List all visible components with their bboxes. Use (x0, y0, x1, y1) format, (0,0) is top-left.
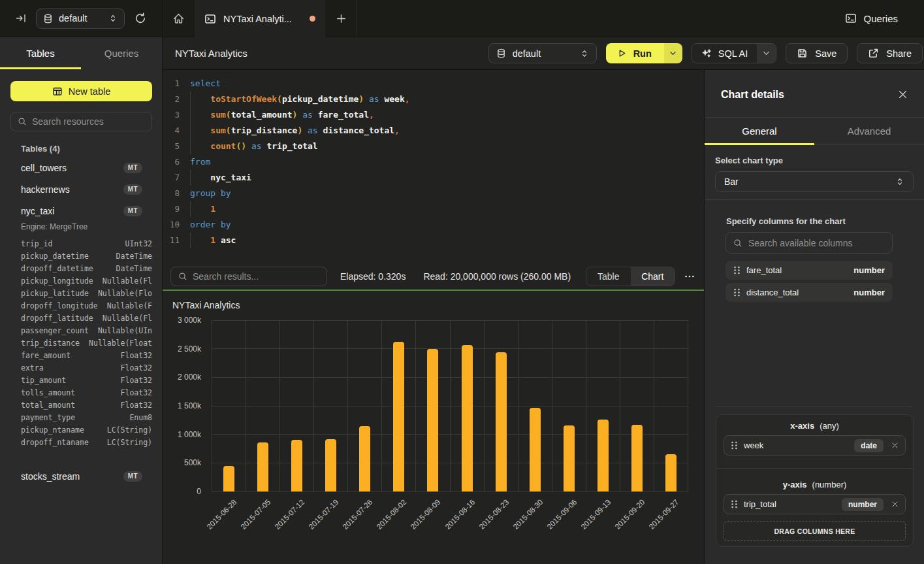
refresh-icon[interactable] (135, 12, 146, 24)
column-row: tolls_amountFloat32 (0, 386, 162, 399)
column-type: Float32 (121, 376, 152, 385)
chevron-updown-icon (108, 14, 118, 23)
axis-name: y-axis (783, 480, 807, 489)
line-code: from (190, 154, 210, 170)
column-name: fare_amount (21, 351, 71, 360)
console-icon (204, 13, 216, 25)
table-row-cell_towers[interactable]: cell_towersMT (0, 157, 162, 178)
axis-heading: x-axis(any) (724, 421, 906, 431)
more-options-button[interactable] (682, 269, 697, 284)
table-name: hackernews (21, 184, 123, 195)
panel-title: Chart details (721, 89, 784, 101)
remove-field-icon[interactable] (891, 442, 899, 449)
sql-token: toStartOfWeek (210, 94, 277, 104)
sql-token: trip_distance (231, 125, 298, 135)
run-options-button[interactable] (664, 43, 682, 63)
chevron-down-icon (762, 49, 771, 58)
chart-bar (325, 439, 336, 491)
new-table-button[interactable]: New table (10, 81, 152, 101)
sidebar-separator (162, 0, 163, 564)
table-name: cell_towers (21, 163, 123, 173)
header-separator (162, 69, 924, 70)
table-row-stocks_stream[interactable]: stocks_streamMT (0, 465, 162, 487)
column-type: Nullable(UIn (98, 326, 152, 335)
drag-columns-dropzone[interactable]: DRAG COLUMNS HERE (724, 521, 906, 541)
chart-bar (291, 440, 302, 491)
chart-details-panel: Chart details General Advanced Select ch… (705, 70, 924, 564)
chart-plot-area (212, 320, 688, 491)
sidebar-search-input[interactable] (32, 116, 136, 127)
sql-token: , (394, 125, 400, 135)
column-row: fare_amountFloat32 (0, 349, 162, 361)
gridline-v (450, 320, 451, 491)
chart-bar (496, 352, 507, 491)
collapse-sidebar-icon[interactable] (16, 13, 26, 24)
chart-type-value: Bar (724, 176, 895, 187)
sidebar-tab-tables[interactable]: Tables (0, 37, 81, 69)
axis-field-type: number (842, 498, 884, 511)
axis-field-week[interactable]: weekdate (724, 435, 906, 456)
table-row-nyc_taxi[interactable]: nyc_taxiMT (0, 200, 162, 222)
column-type: Float32 (121, 363, 152, 373)
gridline-v (279, 320, 280, 491)
editor-line: 2 toStartOfWeek(pickup_datetime) as week… (163, 91, 704, 107)
panel-tab-general[interactable]: General (705, 118, 814, 144)
topbar-separator (0, 37, 924, 37)
y-tick-label: 0 (163, 487, 201, 496)
sql-token (364, 94, 369, 104)
sql-token: pickup_datetime (282, 94, 358, 104)
play-icon (617, 48, 627, 58)
queries-button[interactable]: Queries (845, 12, 898, 24)
sql-editor[interactable]: 1select2 toStartOfWeek(pickup_datetime) … (163, 70, 704, 263)
table-row-hackernews[interactable]: hackernewsMT (0, 178, 162, 200)
sql-ai-options-button[interactable] (757, 44, 776, 63)
gridline-v (518, 320, 518, 491)
query-tab-active[interactable]: NYTaxi Analyti... (195, 0, 325, 37)
save-button[interactable]: Save (786, 43, 848, 63)
sidebar-tab-queries[interactable]: Queries (81, 37, 162, 69)
run-button[interactable]: Run (606, 43, 664, 63)
sql-token: () (236, 141, 246, 151)
sql-token: distance_total (323, 125, 395, 135)
page-title: NYTaxi Analytics (175, 48, 247, 59)
available-column-fare_total[interactable]: fare_totalnumber (725, 261, 893, 280)
remove-field-icon[interactable] (891, 501, 899, 508)
view-toggle-table[interactable]: Table (586, 267, 631, 286)
tables-list: cell_towersMThackernewsMTnyc_taxiMTEngin… (0, 157, 162, 487)
column-row: trip_idUInt32 (0, 237, 162, 250)
drag-handle-icon (731, 441, 738, 450)
chart-type-select[interactable]: Bar (715, 171, 914, 192)
gridline-v (484, 320, 485, 491)
sql-ai-button[interactable]: SQL AI (692, 44, 757, 63)
columns-search-input[interactable] (748, 238, 872, 248)
home-tab[interactable] (162, 0, 195, 37)
column-name: dropoff_ntaname (21, 438, 89, 447)
tables-section-label: Tables (4) (21, 144, 60, 154)
column-name: tolls_amount (21, 388, 75, 397)
chart-bar (393, 342, 404, 491)
available-column-distance_total[interactable]: distance_totalnumber (725, 283, 893, 302)
search-icon (178, 272, 187, 281)
unsaved-dot (310, 16, 315, 22)
save-icon (797, 48, 808, 59)
panel-tab-advanced[interactable]: Advanced (814, 118, 924, 144)
column-name: pickup_ntaname (21, 425, 84, 435)
column-row: dropoff_ntanameLC(String) (0, 436, 162, 448)
results-search-input[interactable] (193, 271, 310, 282)
available-column-type: number (853, 288, 885, 297)
table-engine-badge: MT (123, 471, 142, 482)
header-database-selector[interactable]: default (488, 43, 597, 63)
view-toggle-chart[interactable]: Chart (631, 267, 675, 286)
sidebar-database-selector[interactable]: default (36, 8, 125, 29)
axis-section-x-axis: x-axis(any)weekdate (716, 415, 913, 468)
chart-title: NYTaxi Analytics (172, 300, 240, 310)
column-row: passenger_countNullable(UIn (0, 324, 162, 337)
share-button[interactable]: Share (857, 43, 923, 63)
new-tab-button[interactable] (325, 0, 357, 37)
close-icon[interactable] (898, 90, 908, 99)
line-code: toStartOfWeek(pickup_datetime) as week, (190, 91, 410, 107)
sql-token: as (369, 94, 379, 104)
y-tick-label: 500k (163, 458, 201, 467)
axis-field-trip_total[interactable]: trip_totalnumber (724, 494, 906, 514)
column-type: Float32 (121, 351, 152, 360)
